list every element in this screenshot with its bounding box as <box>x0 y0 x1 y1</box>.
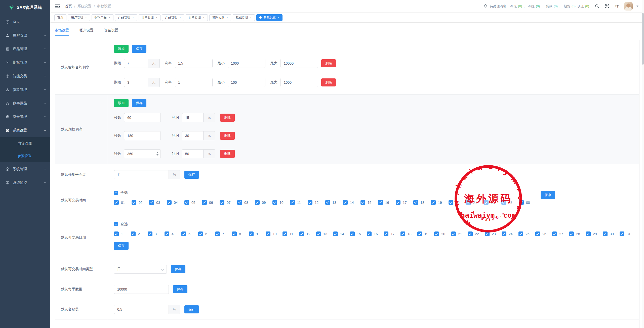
day-checkbox-24[interactable] <box>502 231 506 236</box>
hour-checkbox-21[interactable] <box>466 200 471 205</box>
rate-input[interactable] <box>175 59 213 68</box>
day-checkbox-9[interactable] <box>249 231 254 236</box>
hour-checkbox-01[interactable] <box>114 200 119 205</box>
day-checkbox-28[interactable] <box>569 231 574 236</box>
collapse-menu-icon[interactable] <box>55 4 60 9</box>
sidebar-item-smart-trading[interactable]: 智能交易 <box>0 69 50 83</box>
save-button[interactable]: 保存 <box>132 45 146 53</box>
save-button[interactable]: 保存 <box>184 171 199 179</box>
sidebar-item-system-management[interactable]: 系统管理 <box>0 162 50 176</box>
hour-checkbox-19[interactable] <box>431 200 436 205</box>
save-button[interactable]: 保存 <box>114 242 129 250</box>
day-checkbox-6[interactable] <box>198 231 203 236</box>
save-button[interactable]: 保存 <box>184 305 199 313</box>
hour-checkbox-11[interactable] <box>290 200 295 205</box>
day-checkbox-26[interactable] <box>535 231 540 236</box>
day-checkbox-10[interactable] <box>266 231 270 236</box>
delete-button[interactable]: 删除 <box>220 114 235 122</box>
sidebar-item-loan-management[interactable]: 贷款管理 <box>0 83 50 97</box>
tab-close-icon[interactable]: × <box>132 16 134 19</box>
seconds-input[interactable] <box>124 149 161 158</box>
workspace-tab-1[interactable]: 用户管理× <box>68 14 90 21</box>
caret-down-icon[interactable] <box>636 6 638 7</box>
workspace-tab-2[interactable]: 编辑产品× <box>92 14 114 21</box>
sidebar-item-options-management[interactable]: 期权管理 <box>0 56 50 69</box>
workspace-tab-5[interactable]: 产品管理× <box>162 14 184 21</box>
time-type-select[interactable]: 日 <box>114 265 167 274</box>
hour-checkbox-17[interactable] <box>396 200 400 205</box>
tab-close-icon[interactable]: × <box>179 16 181 19</box>
day-checkbox-17[interactable] <box>384 231 388 236</box>
notice-recharge-today-label[interactable]: 今充 <box>510 4 517 9</box>
workspace-tab-3[interactable]: 产品管理× <box>115 14 137 21</box>
lot-size-input[interactable] <box>114 285 169 294</box>
hour-checkbox-15[interactable] <box>360 200 365 205</box>
min-input[interactable] <box>228 59 265 68</box>
sidebar-item-system-monitor[interactable]: 系统监控 <box>0 176 50 190</box>
min-input[interactable] <box>228 78 265 87</box>
day-checkbox-31[interactable] <box>620 231 624 236</box>
hour-checkbox-14[interactable] <box>343 200 348 205</box>
hour-checkbox-08[interactable] <box>237 200 242 205</box>
save-button[interactable]: 保存 <box>171 265 185 273</box>
day-checkbox-23[interactable] <box>485 231 490 236</box>
hour-checkbox-23[interactable] <box>501 200 506 205</box>
tab-close-icon[interactable]: × <box>203 16 205 19</box>
workspace-tab-0[interactable]: 首页 <box>54 14 66 21</box>
profit-input[interactable] <box>182 131 204 140</box>
day-checkbox-15[interactable] <box>350 231 355 236</box>
tab-close-icon[interactable]: × <box>156 16 158 19</box>
day-checkbox-1[interactable] <box>114 231 119 236</box>
day-checkbox-18[interactable] <box>400 231 405 236</box>
day-checkbox-12[interactable] <box>299 231 304 236</box>
day-checkbox-25[interactable] <box>518 231 523 236</box>
font-size-icon[interactable]: TT <box>615 4 619 8</box>
day-checkbox-21[interactable] <box>451 231 456 236</box>
search-icon[interactable] <box>595 4 599 8</box>
day-checkbox-27[interactable] <box>552 231 557 236</box>
hour-checkbox-12[interactable] <box>308 200 312 205</box>
day-checkbox-11[interactable] <box>283 231 287 236</box>
workspace-tab-7[interactable]: 贷款记录× <box>209 14 231 21</box>
workspace-tab-6[interactable]: 订单管理× <box>186 14 208 21</box>
hour-checkbox-03[interactable] <box>149 200 154 205</box>
number-stepper[interactable] <box>156 152 158 156</box>
hour-checkbox-07[interactable] <box>220 200 224 205</box>
hour-checkbox-20[interactable] <box>449 200 453 205</box>
day-checkbox-19[interactable] <box>417 231 422 236</box>
hour-checkbox-04[interactable] <box>167 200 172 205</box>
seconds-input[interactable] <box>124 131 161 140</box>
settings-tab-1[interactable]: 帐户设置 <box>79 27 94 36</box>
day-checkbox-2[interactable] <box>131 231 136 236</box>
profit-input[interactable] <box>182 149 204 158</box>
sidebar-item-product-management[interactable]: 产品管理 <box>0 42 50 56</box>
sidebar-subitem-parameter-settings[interactable]: 参数设置 <box>0 150 50 162</box>
delete-button[interactable]: 删除 <box>220 150 235 158</box>
notice-certification-label[interactable]: 认证 <box>577 4 584 9</box>
hour-checkbox-18[interactable] <box>413 200 418 205</box>
hour-checkbox-10[interactable] <box>272 200 277 205</box>
delete-button[interactable]: 删除 <box>220 132 235 140</box>
breadcrumb-item[interactable]: 首页 <box>65 4 72 9</box>
hour-checkbox-16[interactable] <box>378 200 383 205</box>
sidebar-item-funds-management[interactable]: 资金管理 <box>0 110 50 124</box>
delete-button[interactable]: 删除 <box>321 78 336 86</box>
hour-checkbox-22[interactable] <box>484 200 489 205</box>
period-input[interactable] <box>124 78 148 87</box>
app-logo[interactable]: SAX管理系统 <box>0 0 50 15</box>
day-checkbox-30[interactable] <box>603 231 608 236</box>
breadcrumb-item[interactable]: 系统设置 <box>77 4 92 9</box>
day-checkbox-8[interactable] <box>232 231 237 236</box>
hour-checkbox-00[interactable] <box>519 200 524 205</box>
bell-icon[interactable] <box>484 4 488 8</box>
notice-withdraw-today-label[interactable]: 今提 <box>528 4 535 9</box>
day-checkbox-4[interactable] <box>165 231 169 236</box>
notice-loan-label[interactable]: 贷款 <box>546 4 552 9</box>
period-input[interactable] <box>124 59 148 68</box>
add-button[interactable]: 添加 <box>114 45 129 53</box>
day-checkbox-20[interactable] <box>434 231 439 236</box>
hour-checkbox-05[interactable] <box>184 200 189 205</box>
tab-close-icon[interactable]: × <box>226 16 228 19</box>
sidebar-item-digital-collectibles[interactable]: 数字藏品 <box>0 97 50 110</box>
tab-close-icon[interactable]: × <box>250 16 252 19</box>
